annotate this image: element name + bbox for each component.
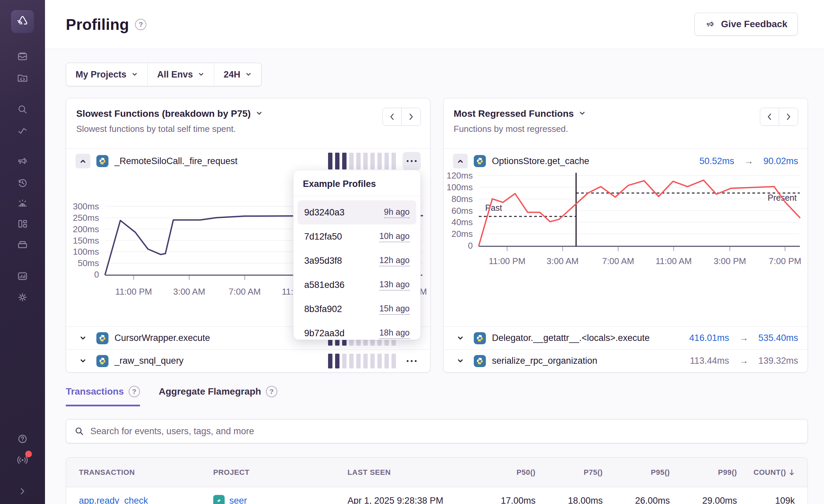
prev-page-button[interactable]: [760, 108, 779, 126]
svg-text:50ms: 50ms: [78, 258, 99, 268]
function-name[interactable]: CursorWrapper.execute: [115, 333, 210, 343]
function-name[interactable]: _RemoteSiloCall._fire_request: [115, 156, 237, 166]
transaction-link[interactable]: app.ready_check: [79, 496, 148, 504]
sidebar-item-traces[interactable]: [15, 123, 30, 138]
sidebar-item-replays[interactable]: [15, 175, 30, 190]
svg-text:11:00 PM: 11:00 PM: [489, 256, 525, 266]
profile-item[interactable]: 9d3240a3 9h ago: [297, 200, 416, 224]
row-actions-button[interactable]: [403, 152, 421, 170]
row-actions-button[interactable]: [403, 352, 421, 370]
p99-cell: 29.00ms: [670, 496, 737, 504]
profile-time-link[interactable]: 18h ago: [379, 328, 410, 339]
before-duration-link[interactable]: 416.01ms: [689, 333, 729, 343]
after-duration-link[interactable]: 535.40ms: [758, 333, 798, 343]
project-link[interactable]: seer: [229, 496, 247, 504]
next-page-button[interactable]: [401, 108, 421, 126]
svg-text:3:00 AM: 3:00 AM: [547, 256, 579, 266]
sidebar-item-dashboards[interactable]: [15, 216, 30, 231]
tab-help-icon[interactable]: ?: [266, 386, 277, 397]
tab-transactions[interactable]: Transactions ?: [66, 386, 140, 406]
time-range-label: 24H: [224, 69, 240, 80]
next-page-button[interactable]: [779, 108, 798, 126]
profile-time-link[interactable]: 15h ago: [379, 304, 410, 315]
profile-item[interactable]: a581ed36 13h ago: [297, 273, 416, 297]
time-range-filter[interactable]: 24H: [214, 63, 261, 86]
most-regressed-chart[interactable]: 020ms40ms60ms80ms100ms120ms11:00 PM3:00 …: [444, 169, 808, 266]
sidebar-item-explore[interactable]: [15, 102, 30, 117]
chevron-down-icon: [256, 108, 263, 119]
prev-page-button[interactable]: [382, 108, 402, 126]
expand-row-button[interactable]: [76, 354, 90, 368]
siren-icon: [16, 197, 29, 210]
sidebar-collapse-toggle[interactable]: [15, 484, 30, 499]
most-regressed-title-select[interactable]: Most Regressed Functions: [454, 108, 797, 119]
sidebar-item-projects[interactable]: [15, 70, 30, 85]
expand-row-button[interactable]: [453, 331, 468, 346]
sidebar-item-releases[interactable]: [15, 237, 30, 252]
project-cell: seer: [213, 495, 348, 504]
function-name[interactable]: Delegator.__getattr__.<locals>.execute: [492, 333, 650, 343]
profile-id-link[interactable]: a581ed36: [304, 280, 345, 290]
page-title: Profiling: [66, 15, 129, 34]
column-header-p99[interactable]: P99(): [670, 468, 737, 477]
sentry-logo[interactable]: [11, 10, 34, 33]
column-header-p50[interactable]: P50(): [468, 468, 536, 477]
svg-text:7:00 PM: 7:00 PM: [769, 256, 802, 266]
profile-id-link[interactable]: 7d12fa50: [304, 232, 342, 242]
expand-row-button[interactable]: [76, 331, 90, 346]
profile-id-link[interactable]: 8b3fa902: [304, 304, 342, 314]
collapse-row-button[interactable]: [76, 154, 90, 168]
tab-aggregate-flamegraph[interactable]: Aggregate Flamegraph ?: [159, 386, 277, 406]
sidebar-item-feedback[interactable]: [15, 154, 30, 168]
trace-zigzag-icon: [16, 124, 29, 138]
function-row: Delegator.__getattr__.<locals>.execute 4…: [444, 326, 808, 349]
sidebar-item-help[interactable]: [15, 432, 30, 446]
panel-header: Most Regressed Functions Functions by mo…: [444, 98, 808, 149]
slowest-functions-title-select[interactable]: Slowest Functions (breakdown by P75): [76, 108, 420, 119]
search-icon: [16, 103, 29, 116]
sidebar-item-issues[interactable]: [15, 49, 30, 64]
sidebar-item-alerts[interactable]: [15, 196, 30, 211]
profile-item[interactable]: 9b72aa3d 18h ago: [297, 321, 416, 345]
profile-time-link[interactable]: 9h ago: [384, 207, 410, 218]
sidebar-item-stats[interactable]: [15, 269, 30, 284]
help-circle-icon: [16, 432, 29, 446]
profile-id-link[interactable]: 9d3240a3: [304, 207, 345, 218]
sidebar-item-whats-new[interactable]: [15, 453, 30, 467]
column-header-last-seen[interactable]: LAST SEEN: [348, 468, 468, 477]
search-input[interactable]: [90, 426, 799, 437]
environment-filter[interactable]: All Envs: [148, 63, 214, 86]
profile-item[interactable]: 3a95d3f8 12h ago: [297, 249, 416, 273]
sidebar-item-settings[interactable]: [15, 290, 30, 305]
table-row[interactable]: app.ready_check seer Apr 1, 2025 9:28:38…: [66, 487, 808, 504]
svg-text:100ms: 100ms: [447, 182, 473, 192]
svg-text:40ms: 40ms: [451, 217, 473, 227]
column-header-transaction[interactable]: TRANSACTION: [79, 468, 213, 477]
profile-item[interactable]: 7d12fa50 10h ago: [297, 224, 416, 249]
widget-panels: Slowest Functions (breakdown by P75) Slo…: [66, 98, 808, 372]
svg-text:3:00 AM: 3:00 AM: [173, 287, 205, 296]
column-header-project[interactable]: PROJECT: [213, 468, 348, 477]
column-header-p75[interactable]: P75(): [536, 468, 603, 477]
collapse-row-button[interactable]: [453, 154, 468, 168]
function-name[interactable]: OptionsStore.get_cache: [492, 156, 589, 166]
tab-help-icon[interactable]: ?: [129, 386, 140, 397]
svg-text:7:00 AM: 7:00 AM: [229, 287, 261, 296]
give-feedback-button[interactable]: Give Feedback: [694, 13, 798, 36]
function-name[interactable]: _raw_snql_query: [115, 356, 184, 366]
arrow-right-icon: →: [736, 333, 751, 343]
profile-time-link[interactable]: 12h ago: [379, 255, 410, 266]
column-header-count[interactable]: COUNT(): [737, 468, 795, 477]
function-name[interactable]: serialize_rpc_organization: [492, 356, 597, 366]
profile-id-link[interactable]: 3a95d3f8: [304, 256, 342, 266]
project-filter[interactable]: My Projects: [66, 63, 147, 86]
after-duration-link[interactable]: 90.02ms: [763, 156, 798, 166]
profile-time-link[interactable]: 10h ago: [379, 231, 410, 242]
profile-time-link[interactable]: 13h ago: [379, 280, 410, 291]
profile-item[interactable]: 8b3fa902 15h ago: [297, 297, 416, 321]
before-duration-link[interactable]: 50.52ms: [699, 156, 734, 166]
page-help-icon[interactable]: ?: [135, 19, 146, 30]
profile-id-link[interactable]: 9b72aa3d: [304, 328, 345, 339]
column-header-p95[interactable]: P95(): [603, 468, 670, 477]
expand-row-button[interactable]: [453, 354, 468, 368]
